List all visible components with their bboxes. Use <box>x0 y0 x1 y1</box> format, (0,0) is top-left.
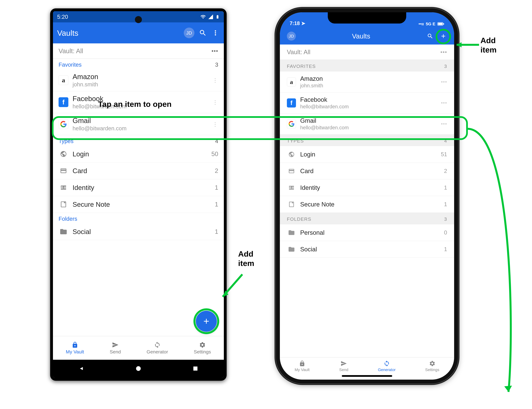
fab-add-item[interactable] <box>196 311 217 332</box>
amazon-icon: a <box>287 77 296 86</box>
tab-generator[interactable]: Generator <box>146 342 168 354</box>
type-name: Secure Note <box>73 201 211 208</box>
plus-icon <box>202 317 210 325</box>
dots-horizontal-icon[interactable]: ••• <box>440 49 447 55</box>
note-icon <box>58 199 68 209</box>
item-more-button[interactable]: ••• <box>441 100 447 106</box>
folder-count: 0 <box>444 229 447 236</box>
item-more-button[interactable]: ⋮ <box>212 99 218 105</box>
type-card[interactable]: Card 2 <box>53 163 224 179</box>
folder-social[interactable]: Social 1 <box>53 223 224 240</box>
types-section-header: Types 4 <box>53 135 224 146</box>
type-count: 2 <box>444 168 447 174</box>
type-login[interactable]: Login 50 <box>53 146 224 163</box>
vault-item-gmail[interactable]: Gmail hello@bitwarden.com ⋮ <box>53 113 224 135</box>
avatar-button[interactable]: JD <box>287 32 296 41</box>
google-icon <box>58 119 68 129</box>
more-menu-button[interactable] <box>211 29 220 37</box>
appbar-title: Vaults <box>299 32 424 40</box>
android-screen: 5:20 Vaults JD Vault: All ••• Favo <box>53 11 224 378</box>
type-identity[interactable]: Identity 1 <box>280 179 454 196</box>
vault-filter-row[interactable]: Vault: All ••• <box>53 43 224 59</box>
vault-item-gmail[interactable]: Gmail hello@bitwarden.com ••• <box>280 113 454 135</box>
identity-icon <box>58 183 68 193</box>
item-more-button[interactable]: ••• <box>441 121 447 127</box>
settings-icon <box>199 342 206 348</box>
tab-generator[interactable]: Generator <box>378 360 396 372</box>
iphone-notch <box>328 12 406 24</box>
iphone-screen: 7:18 ➤ ••ıı 5G E JD Vaults Vault: All ••… <box>280 12 454 380</box>
item-subtitle: john.smith <box>73 81 208 88</box>
settings-icon <box>429 360 436 367</box>
google-icon <box>287 119 296 129</box>
camera-punch-hole <box>135 16 142 23</box>
vault-filter-label: Vault: All <box>287 49 310 56</box>
avatar-button[interactable]: JD <box>184 28 194 38</box>
section-count: 3 <box>444 64 447 69</box>
vault-item-amazon[interactable]: a Amazon john.smith ⋮ <box>53 69 224 91</box>
battery-icon <box>437 22 444 26</box>
type-count: 1 <box>444 185 447 191</box>
tab-send[interactable]: Send <box>110 342 121 354</box>
tab-settings[interactable]: Settings <box>194 342 211 354</box>
item-more-button[interactable]: ⋮ <box>212 77 218 84</box>
type-count: 2 <box>215 167 218 174</box>
home-indicator[interactable] <box>342 375 392 377</box>
type-secure-note[interactable]: Secure Note 1 <box>280 196 454 213</box>
recent-apps-button[interactable] <box>192 365 199 373</box>
tab-label: My Vault <box>295 368 310 372</box>
search-button[interactable] <box>199 29 207 37</box>
type-name: Login <box>300 151 437 158</box>
card-icon <box>58 166 68 176</box>
section-label: Folders <box>58 216 77 222</box>
vault-item-facebook[interactable]: f Facebook hello@bitwarden.com ••• <box>280 93 454 113</box>
section-label: FAVORITES <box>287 64 316 69</box>
signal-icon <box>208 14 213 19</box>
tab-my-vault[interactable]: My Vault <box>295 360 310 372</box>
network-label: 5G E <box>426 22 435 26</box>
send-icon <box>112 342 119 348</box>
add-item-button[interactable] <box>439 32 447 40</box>
vault-item-amazon[interactable]: a Amazon john.smith ••• <box>280 72 454 93</box>
signal-bars-icon: ••ıı <box>418 22 424 26</box>
home-button[interactable] <box>135 365 142 373</box>
status-time: 5:20 <box>57 14 68 20</box>
tab-my-vault[interactable]: My Vault <box>66 342 84 354</box>
ios-app-bar: JD Vaults <box>280 28 454 45</box>
type-count: 1 <box>444 201 447 207</box>
folder-social[interactable]: Social 1 <box>280 241 454 258</box>
lock-icon <box>299 360 305 367</box>
iphone-device-frame: 7:18 ➤ ••ıı 5G E JD Vaults Vault: All ••… <box>276 8 458 383</box>
type-secure-note[interactable]: Secure Note 1 <box>53 196 224 213</box>
folder-icon <box>58 227 68 237</box>
annotation-add-item-android: Add item <box>238 249 254 268</box>
vault-filter-row[interactable]: Vault: All ••• <box>280 45 454 60</box>
scroll-area[interactable]: FAVORITES 3 a Amazon john.smith ••• f Fa… <box>280 60 454 357</box>
search-button[interactable] <box>426 32 434 40</box>
tab-send[interactable]: Send <box>339 360 348 372</box>
tab-label: Settings <box>425 368 439 372</box>
type-count: 50 <box>211 150 218 158</box>
folder-personal[interactable]: Personal 0 <box>280 224 454 241</box>
item-more-button[interactable]: ••• <box>441 79 447 85</box>
folder-name: Social <box>73 228 211 236</box>
folders-section-header: Folders <box>53 213 224 223</box>
type-card[interactable]: Card 2 <box>280 163 454 179</box>
plus-icon <box>440 33 446 39</box>
back-button[interactable] <box>78 365 85 373</box>
type-name: Secure Note <box>300 201 440 208</box>
card-icon <box>287 167 296 176</box>
android-app-bar: Vaults JD <box>53 22 224 43</box>
generator-icon <box>383 360 390 367</box>
section-label: Favorites <box>58 62 82 68</box>
annotation-tap-label: Tap an item to open <box>98 99 171 109</box>
item-more-button[interactable]: ⋮ <box>212 121 218 127</box>
tab-settings[interactable]: Settings <box>425 360 439 372</box>
folder-name: Personal <box>300 229 440 236</box>
status-icons <box>200 14 220 20</box>
section-label: TYPES <box>287 138 304 144</box>
type-login[interactable]: Login 51 <box>280 146 454 163</box>
type-identity[interactable]: Identity 1 <box>53 179 224 196</box>
type-name: Card <box>73 167 211 175</box>
dots-horizontal-icon[interactable]: ••• <box>211 48 218 54</box>
